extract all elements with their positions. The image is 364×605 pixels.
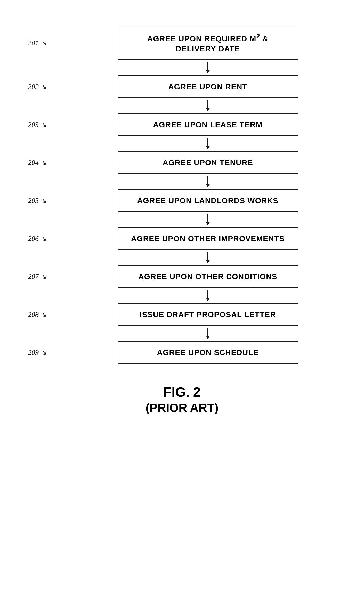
flow-box-203: AGREE UPON LEASE TERM: [118, 113, 298, 136]
connector-line-1: [207, 62, 208, 73]
step-row-209: 209 ↘ AGREE UPON SCHEDULE: [0, 341, 364, 364]
connector-3: [0, 136, 364, 151]
connector-8: [0, 326, 364, 341]
flow-box-207: AGREE UPON OTHER CONDITIONS: [118, 265, 298, 288]
box-col-203: AGREE UPON LEASE TERM: [52, 113, 364, 136]
connector-line-5: [207, 214, 208, 225]
connector-5: [0, 212, 364, 227]
connector-2: [0, 98, 364, 113]
step-row-201: 201 ↘ AGREE UPON REQUIRED M2 &DELIVERY D…: [0, 26, 364, 60]
step-row-207: 207 ↘ AGREE UPON OTHER CONDITIONS: [0, 265, 364, 288]
step-row-208: 208 ↘ ISSUE DRAFT PROPOSAL LETTER: [0, 303, 364, 326]
box-col-204: AGREE UPON TENURE: [52, 151, 364, 174]
connector-line-3: [207, 138, 208, 149]
step-label-203: 203 ↘: [0, 120, 52, 129]
step-label-204: 204 ↘: [0, 158, 52, 167]
connector-line-8: [207, 328, 208, 339]
step-label-208: 208 ↘: [0, 310, 52, 319]
connector-7: [0, 288, 364, 303]
flow-box-201: AGREE UPON REQUIRED M2 &DELIVERY DATE: [118, 26, 298, 60]
flow-box-209: AGREE UPON SCHEDULE: [118, 341, 298, 364]
connector-line-4: [207, 176, 208, 187]
flow-box-204: AGREE UPON TENURE: [118, 151, 298, 174]
flow-box-208: ISSUE DRAFT PROPOSAL LETTER: [118, 303, 298, 326]
box-col-206: AGREE UPON OTHER IMPROVEMENTS: [52, 227, 364, 250]
box-col-201: AGREE UPON REQUIRED M2 &DELIVERY DATE: [52, 26, 364, 60]
figure-title: FIG. 2: [0, 384, 364, 400]
connector-6: [0, 250, 364, 265]
step-row-204: 204 ↘ AGREE UPON TENURE: [0, 151, 364, 174]
step-label-201: 201 ↘: [0, 39, 52, 47]
figure-subtitle: (PRIOR ART): [0, 401, 364, 415]
step-label-206: 206 ↘: [0, 234, 52, 243]
figure-caption: FIG. 2 (PRIOR ART): [0, 384, 364, 430]
box-col-202: AGREE UPON RENT: [52, 75, 364, 98]
box-col-205: AGREE UPON LANDLORDS WORKS: [52, 189, 364, 212]
step-label-209: 209 ↘: [0, 348, 52, 357]
box-col-207: AGREE UPON OTHER CONDITIONS: [52, 265, 364, 288]
flow-box-205: AGREE UPON LANDLORDS WORKS: [118, 189, 298, 212]
connector-4: [0, 174, 364, 189]
connector-line-6: [207, 252, 208, 263]
flow-box-202: AGREE UPON RENT: [118, 75, 298, 98]
box-col-209: AGREE UPON SCHEDULE: [52, 341, 364, 364]
step-row-202: 202 ↘ AGREE UPON RENT: [0, 75, 364, 98]
connector-line-7: [207, 290, 208, 301]
connector-1: [0, 60, 364, 75]
step-row-206: 206 ↘ AGREE UPON OTHER IMPROVEMENTS: [0, 227, 364, 250]
box-col-208: ISSUE DRAFT PROPOSAL LETTER: [52, 303, 364, 326]
flow-box-206: AGREE UPON OTHER IMPROVEMENTS: [118, 227, 298, 250]
step-row-203: 203 ↘ AGREE UPON LEASE TERM: [0, 113, 364, 136]
step-label-202: 202 ↘: [0, 82, 52, 91]
connector-line-2: [207, 100, 208, 111]
step-row-205: 205 ↘ AGREE UPON LANDLORDS WORKS: [0, 189, 364, 212]
step-label-207: 207 ↘: [0, 272, 52, 281]
step-label-205: 205 ↘: [0, 196, 52, 205]
flowchart: 201 ↘ AGREE UPON REQUIRED M2 &DELIVERY D…: [0, 10, 364, 364]
diagram-container: 201 ↘ AGREE UPON REQUIRED M2 &DELIVERY D…: [0, 0, 364, 430]
